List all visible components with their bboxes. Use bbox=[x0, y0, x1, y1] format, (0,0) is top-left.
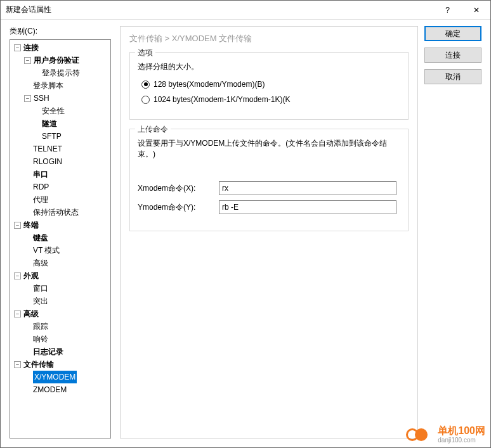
tree-item-logging[interactable]: 日志记录 bbox=[10, 345, 110, 358]
ymodem-row: Ymodem命令(Y): bbox=[138, 200, 400, 214]
collapse-icon[interactable]: − bbox=[14, 44, 21, 51]
close-icon: ✕ bbox=[473, 6, 480, 15]
tree-item-proxy[interactable]: 代理 bbox=[10, 193, 110, 206]
tree-item-vtmode[interactable]: VT 模式 bbox=[10, 244, 110, 257]
collapse-icon[interactable]: − bbox=[14, 222, 21, 229]
tree-item-filetransfer[interactable]: −文件传输 bbox=[10, 358, 110, 371]
tree-item-sftp[interactable]: SFTP bbox=[10, 130, 110, 143]
radio-128-label: 128 bytes(Xmodem/Ymodem)(B) bbox=[154, 80, 265, 89]
ymodem-input[interactable] bbox=[219, 200, 396, 214]
tree-item-tunnel[interactable]: 隧道 bbox=[10, 117, 110, 130]
cancel-button[interactable]: 取消 bbox=[424, 69, 481, 84]
collapse-icon[interactable]: − bbox=[14, 272, 21, 279]
tree-item-xymodem[interactable]: X/YMODEM bbox=[10, 371, 110, 383]
options-group: 选项 选择分组的大小。 128 bytes(Xmodem/Ymodem)(B) … bbox=[129, 52, 409, 120]
tree-item-keepalive[interactable]: 保持活动状态 bbox=[10, 206, 110, 219]
tree-item-login-script[interactable]: 登录脚本 bbox=[10, 79, 110, 92]
ok-button[interactable]: 确定 bbox=[424, 26, 481, 41]
tree-item-trace[interactable]: 跟踪 bbox=[10, 320, 110, 333]
radio-128[interactable]: 128 bytes(Xmodem/Ymodem)(B) bbox=[141, 80, 400, 89]
xmodem-input[interactable] bbox=[219, 181, 396, 195]
left-pane: 类别(C): −连接 −用户身份验证 登录提示符 登录脚本 −SSH 安全性 bbox=[10, 26, 111, 438]
right-pane: 文件传输 > X/YMODEM 文件传输 选项 选择分组的大小。 128 byt… bbox=[120, 26, 481, 438]
radio-icon bbox=[141, 96, 150, 104]
tree-item-terminal[interactable]: −终端 bbox=[10, 219, 110, 231]
upload-group: 上传命令 设置要用于与X/YMODEM上传文件的命令。(文件名会自动添加到该命令… bbox=[129, 129, 409, 231]
tree-item-rlogin[interactable]: RLOGIN bbox=[10, 155, 110, 168]
options-legend: 选项 bbox=[135, 48, 155, 58]
content-panel: 文件传输 > X/YMODEM 文件传输 选项 选择分组的大小。 128 byt… bbox=[120, 26, 418, 438]
xmodem-label: Xmodem命令(X): bbox=[138, 183, 214, 194]
tree-item-auth[interactable]: −用户身份验证 bbox=[10, 54, 110, 67]
tree-item-appearance[interactable]: −外观 bbox=[10, 269, 110, 282]
tree-item-bell[interactable]: 响铃 bbox=[10, 333, 110, 345]
help-icon: ? bbox=[445, 6, 450, 15]
category-tree[interactable]: −连接 −用户身份验证 登录提示符 登录脚本 −SSH 安全性 隧道 SFTP bbox=[10, 39, 111, 438]
radio-icon bbox=[141, 80, 150, 89]
collapse-icon[interactable]: − bbox=[14, 361, 21, 368]
upload-desc: 设置要用于与X/YMODEM上传文件的命令。(文件名会自动添加到该命令结束。) bbox=[138, 138, 400, 160]
connect-button[interactable]: 连接 bbox=[424, 48, 481, 63]
help-button[interactable]: ? bbox=[433, 1, 462, 20]
dialog-window: 新建会话属性 ? ✕ 类别(C): −连接 −用户身份验证 登录提示符 登录脚本… bbox=[0, 0, 491, 448]
breadcrumb: 文件传输 > X/YMODEM 文件传输 bbox=[129, 33, 409, 44]
tree-item-login-prompt[interactable]: 登录提示符 bbox=[10, 67, 110, 79]
titlebar: 新建会话属性 ? ✕ bbox=[1, 1, 490, 20]
tree-item-serial[interactable]: 串口 bbox=[10, 168, 110, 181]
dialog-body: 类别(C): −连接 −用户身份验证 登录提示符 登录脚本 −SSH 安全性 bbox=[1, 20, 490, 447]
collapse-icon[interactable]: − bbox=[14, 310, 21, 317]
collapse-icon[interactable]: − bbox=[24, 95, 31, 102]
tree-item-advanced-term[interactable]: 高级 bbox=[10, 257, 110, 269]
ymodem-label: Ymodem命令(Y): bbox=[138, 202, 214, 213]
tree-item-telnet[interactable]: TELNET bbox=[10, 143, 110, 155]
tree-item-highlight[interactable]: 突出 bbox=[10, 295, 110, 307]
xmodem-row: Xmodem命令(X): bbox=[138, 181, 400, 195]
options-desc: 选择分组的大小。 bbox=[138, 61, 400, 72]
radio-1024-label: 1024 bytes(Xmodem-1K/Ymodem-1K)(K bbox=[154, 95, 290, 104]
tree-item-keyboard[interactable]: 键盘 bbox=[10, 231, 110, 244]
tree-item-ssh[interactable]: −SSH bbox=[10, 92, 110, 105]
upload-legend: 上传命令 bbox=[135, 124, 171, 135]
category-label: 类别(C): bbox=[10, 26, 111, 37]
tree-item-security[interactable]: 安全性 bbox=[10, 105, 110, 117]
tree-item-advanced[interactable]: −高级 bbox=[10, 307, 110, 320]
radio-1024[interactable]: 1024 bytes(Xmodem-1K/Ymodem-1K)(K bbox=[141, 95, 400, 104]
close-button[interactable]: ✕ bbox=[462, 1, 490, 20]
collapse-icon[interactable]: − bbox=[24, 57, 31, 64]
button-column: 确定 连接 取消 bbox=[424, 26, 481, 438]
window-title: 新建会话属性 bbox=[6, 4, 433, 15]
tree-item-connection[interactable]: −连接 bbox=[10, 41, 110, 54]
tree-item-zmodem[interactable]: ZMODEM bbox=[10, 383, 110, 396]
tree-item-window[interactable]: 窗口 bbox=[10, 282, 110, 295]
tree-item-rdp[interactable]: RDP bbox=[10, 181, 110, 193]
